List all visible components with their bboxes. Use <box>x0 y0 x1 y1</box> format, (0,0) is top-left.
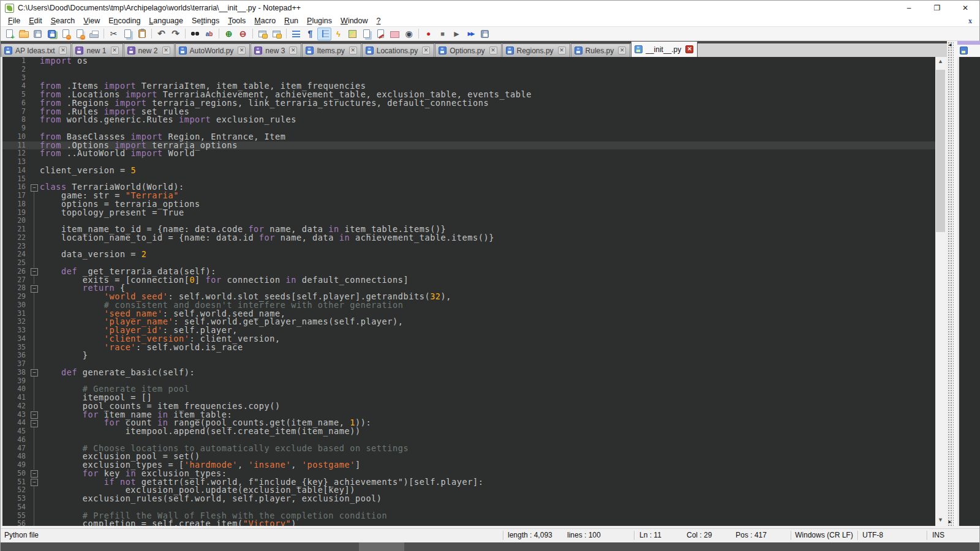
secondary-view-editor[interactable] <box>957 57 980 526</box>
copy-icon[interactable] <box>121 28 135 40</box>
tab-close-icon[interactable]: ✕ <box>349 47 357 54</box>
menu-encoding[interactable]: Encoding <box>104 16 145 26</box>
menu-search[interactable]: Search <box>47 16 80 26</box>
zoom-out-icon[interactable]: ⊖ <box>236 28 250 40</box>
close-button[interactable]: ✕ <box>951 1 979 15</box>
indent-guide-icon[interactable] <box>317 28 331 40</box>
menu-edit[interactable]: Edit <box>24 16 47 26</box>
fold-collapse-icon[interactable] <box>29 470 40 478</box>
code-line-36[interactable]: 36 } <box>2 351 935 360</box>
doc-map-icon[interactable] <box>345 28 360 40</box>
tab-ap-ideas-txt[interactable]: AP Ideas.txt✕ <box>1 43 71 57</box>
code-line-35[interactable]: 35 'race': self.world.is_race <box>2 343 935 352</box>
workspace-folder-icon[interactable] <box>388 28 402 40</box>
menubar-close-icon[interactable]: x <box>968 17 972 26</box>
tab-items-py[interactable]: Items.py✕ <box>302 43 361 57</box>
fold-collapse-icon[interactable] <box>29 369 40 377</box>
record-icon[interactable]: ● <box>421 28 435 40</box>
code-line-45[interactable]: 45 itempool.append(self.create_item(item… <box>2 427 935 436</box>
tab-close-icon[interactable]: ✕ <box>59 47 67 54</box>
tab-close-icon[interactable]: ✕ <box>558 47 566 54</box>
save-macro-icon[interactable] <box>478 28 492 40</box>
tab-close-icon[interactable]: ✕ <box>489 47 497 54</box>
tab-new-2[interactable]: new 2✕ <box>124 43 175 57</box>
tab-regions-py[interactable]: Regions.py✕ <box>502 43 570 57</box>
code-line-38[interactable]: 38 def generate_basic(self): <box>2 369 935 377</box>
tab--init-py[interactable]: __init__.py✕ <box>631 41 698 57</box>
menu-?[interactable]: ? <box>372 16 385 26</box>
tab-new-3[interactable]: new 3✕ <box>251 43 301 57</box>
status-eol-format[interactable]: Windows (CR LF) <box>795 531 853 539</box>
code-line-24[interactable]: 24 data_version = 2 <box>2 250 935 259</box>
code-line-8[interactable]: 8from worlds.generic.Rules import exclus… <box>2 116 935 124</box>
paste-icon[interactable] <box>135 28 149 40</box>
redo-icon[interactable]: ↷ <box>168 28 183 40</box>
status-insert-mode[interactable]: INS <box>932 531 944 539</box>
print-icon[interactable] <box>87 28 101 40</box>
menu-plugins[interactable]: Plugins <box>303 16 336 26</box>
tab-close-icon[interactable]: ✕ <box>422 47 430 54</box>
menu-macro[interactable]: Macro <box>250 16 280 26</box>
tab-rules-py[interactable]: Rules.py✕ <box>571 43 631 57</box>
word-wrap-icon[interactable] <box>289 28 303 40</box>
save-icon[interactable] <box>31 28 45 40</box>
status-encoding[interactable]: UTF-8 <box>862 531 883 539</box>
code-line-1[interactable]: 1import os <box>2 57 935 66</box>
code-line-14[interactable]: 14client_version = 5 <box>2 167 935 175</box>
code-line-27[interactable]: 27 exits = [connection[0] for connection… <box>2 276 935 285</box>
zoom-in-icon[interactable]: ⊕ <box>222 28 236 40</box>
code-line-53[interactable]: 53 exclusion_rules(self.world, self.play… <box>2 495 935 503</box>
vertical-scrollbar[interactable]: ▲ ▼ <box>935 57 946 526</box>
stop-icon[interactable]: ■ <box>435 28 450 40</box>
tab-close-icon[interactable]: ✕ <box>685 45 693 53</box>
scroll-up-arrow-icon[interactable]: ▲ <box>935 57 946 67</box>
monitoring-icon[interactable]: ◉ <box>402 28 416 40</box>
undo-icon[interactable]: ↶ <box>154 28 168 40</box>
menu-file[interactable]: File <box>4 16 24 26</box>
user-dialog-icon[interactable]: ϟ <box>331 28 345 40</box>
find-icon[interactable] <box>188 28 202 40</box>
replace-icon[interactable]: a <box>202 28 216 40</box>
cut-icon[interactable]: ✂ <box>107 28 121 40</box>
menu-settings[interactable]: Settings <box>187 16 224 26</box>
code-line-13[interactable]: 13 <box>2 158 935 167</box>
show-all-chars-icon[interactable]: ¶ <box>303 28 317 40</box>
fold-collapse-icon[interactable] <box>29 478 40 487</box>
sync-v-icon[interactable] <box>255 28 270 40</box>
new-file-icon[interactable] <box>2 28 17 40</box>
fold-collapse-icon[interactable] <box>29 268 40 276</box>
scroll-down-arrow-icon[interactable]: ▼ <box>935 515 946 526</box>
fold-collapse-icon[interactable] <box>29 411 40 419</box>
close-doc-icon[interactable] <box>59 28 73 40</box>
multi-play-icon[interactable]: ▶▶ <box>464 28 478 40</box>
tab-close-icon[interactable]: ✕ <box>162 47 170 54</box>
tab-new-1[interactable]: new 1✕ <box>72 43 123 57</box>
tab-close-icon[interactable]: ✕ <box>618 47 626 54</box>
code-line-56[interactable]: 56 completion = self.create_item("Victor… <box>2 520 935 526</box>
tab-options-py[interactable]: Options.py✕ <box>435 43 501 57</box>
code-line-19[interactable]: 19 topology_present = True <box>2 209 935 217</box>
fold-collapse-icon[interactable] <box>29 284 40 293</box>
code-editor[interactable]: 1import os234from .Items import Terraria… <box>1 57 935 526</box>
code-line-22[interactable]: 22 location_name_to_id = {name: data.id … <box>2 234 935 242</box>
tab-close-icon[interactable]: ✕ <box>238 47 246 54</box>
menu-language[interactable]: Language <box>145 16 187 26</box>
tab-autoworld-py[interactable]: AutoWorld.py✕ <box>175 43 251 57</box>
minimize-button[interactable]: – <box>895 1 923 15</box>
open-folder-icon[interactable] <box>17 28 31 40</box>
tab-locations-py[interactable]: Locations.py✕ <box>362 43 434 57</box>
save-all-icon[interactable] <box>45 28 59 40</box>
code-line-12[interactable]: 12from ..AutoWorld import World <box>2 149 935 158</box>
close-all-icon[interactable] <box>73 28 87 40</box>
function-list-icon[interactable] <box>374 28 388 40</box>
tab-close-icon[interactable]: ✕ <box>289 47 297 54</box>
doc-switcher-icon[interactable] <box>360 28 374 40</box>
menu-view[interactable]: View <box>79 16 104 26</box>
menu-run[interactable]: Run <box>280 16 303 26</box>
scrollbar-thumb[interactable] <box>936 70 945 232</box>
fold-collapse-icon[interactable] <box>29 419 40 427</box>
view-splitter[interactable]: ◄ ► <box>947 41 954 526</box>
restore-button[interactable]: ❐ <box>923 1 951 15</box>
code-line-2[interactable]: 2 <box>2 66 935 74</box>
menu-tools[interactable]: Tools <box>224 16 250 26</box>
